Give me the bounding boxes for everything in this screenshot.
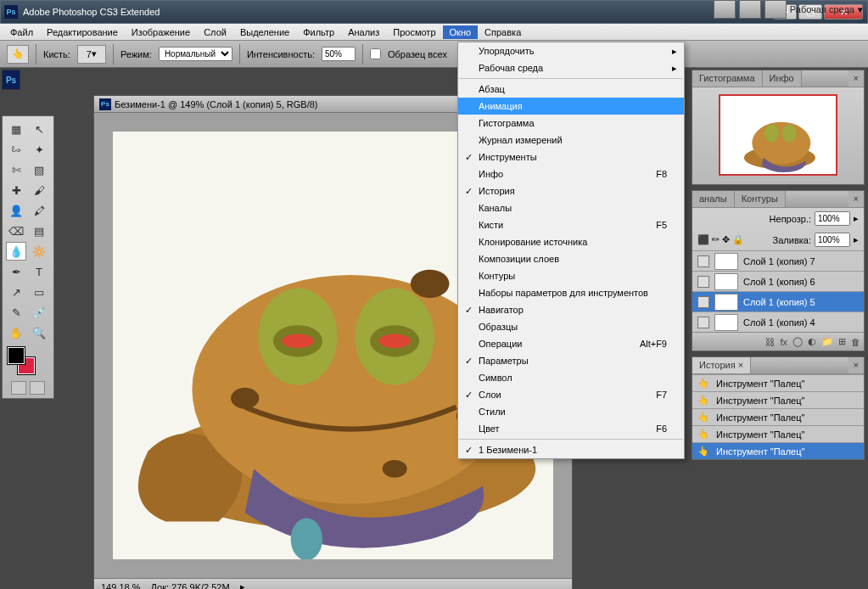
- gradient-tool[interactable]: ▤: [29, 222, 49, 240]
- doc-info[interactable]: Док: 276,9K/2,52M: [150, 582, 229, 590]
- menu-item[interactable]: Наборы параметров для инструментов: [458, 284, 684, 301]
- slice-tool[interactable]: ▧: [29, 160, 49, 179]
- menu-item[interactable]: ИнфоF8: [458, 165, 684, 182]
- layer-row[interactable]: Слой 1 (копия) 7: [692, 250, 864, 271]
- panel-close-icon[interactable]: ×: [848, 191, 864, 207]
- new-group-icon[interactable]: 📁: [821, 336, 833, 347]
- stamp-tool[interactable]: 👤: [6, 201, 26, 220]
- arrange-button[interactable]: [739, 0, 761, 19]
- notes-tool[interactable]: ✎: [6, 303, 26, 322]
- menu-анализ[interactable]: Анализ: [341, 25, 386, 39]
- menu-item[interactable]: Образцы: [458, 318, 684, 335]
- zoom-readout[interactable]: 149,18 %: [101, 582, 140, 590]
- brush-tool[interactable]: 🖌: [29, 181, 49, 199]
- menu-item[interactable]: Упорядочить: [458, 42, 684, 59]
- marquee-tool[interactable]: ↖: [29, 120, 49, 138]
- menu-item[interactable]: 1 Безимени-1: [458, 441, 684, 458]
- menu-изображение[interactable]: Изображение: [125, 25, 197, 39]
- menu-item[interactable]: Стили: [458, 403, 684, 420]
- new-layer-icon[interactable]: ⊞: [838, 336, 846, 347]
- menu-item[interactable]: Журнал измерений: [458, 132, 684, 149]
- workspace-dropdown-icon[interactable]: ▾: [858, 4, 863, 15]
- intensity-input[interactable]: [322, 47, 356, 61]
- menu-редактирование[interactable]: Редактирование: [40, 25, 125, 39]
- path-sel-tool[interactable]: ↗: [6, 283, 26, 301]
- menu-слой[interactable]: Слой: [197, 25, 233, 39]
- menu-фильтр[interactable]: Фильтр: [296, 25, 341, 39]
- statusbar-arrow-icon[interactable]: ▸: [240, 581, 245, 589]
- layer-mask-icon[interactable]: ◯: [792, 336, 803, 347]
- history-row[interactable]: 👆Инструмент "Палец": [692, 374, 864, 391]
- info-tab[interactable]: Инфо: [763, 70, 802, 87]
- zoom-tool[interactable]: 🔍: [29, 323, 49, 342]
- lock-icons[interactable]: ⬛ ✏ ✥ 🔒: [697, 234, 744, 245]
- menu-item[interactable]: История: [458, 182, 684, 199]
- color-swatches[interactable]: [6, 347, 50, 374]
- history-row[interactable]: 👆Инструмент "Палец": [692, 442, 864, 459]
- panel-close-icon[interactable]: ×: [848, 70, 864, 87]
- menu-item[interactable]: Абзац: [458, 81, 684, 98]
- layer-row[interactable]: Слой 1 (копия) 4: [692, 311, 864, 332]
- menu-справка[interactable]: Справка: [478, 25, 528, 39]
- history-row[interactable]: 👆Инструмент "Палец": [692, 425, 864, 442]
- menu-файл[interactable]: Файл: [3, 25, 40, 39]
- visibility-icon[interactable]: [697, 317, 709, 328]
- layer-thumbnail[interactable]: [714, 253, 738, 270]
- menu-item[interactable]: Клонирование источника: [458, 233, 684, 250]
- layer-style-icon[interactable]: fx: [780, 337, 787, 347]
- hand-tool[interactable]: ✋: [6, 323, 26, 342]
- menu-item[interactable]: КистиF5: [458, 216, 684, 233]
- dropdown-icon[interactable]: ▸: [854, 234, 859, 245]
- eraser-tool[interactable]: ⌫: [6, 222, 26, 240]
- link-layers-icon[interactable]: ⛓: [765, 337, 775, 347]
- lasso-tool[interactable]: ಒ: [6, 140, 26, 159]
- sample-all-checkbox[interactable]: [370, 48, 381, 59]
- layer-row[interactable]: Слой 1 (копия) 5: [692, 291, 864, 311]
- dropdown-icon[interactable]: ▸: [854, 213, 859, 224]
- layer-thumbnail[interactable]: [714, 294, 738, 311]
- quickmask-mode-button[interactable]: [30, 381, 45, 395]
- workspace-label[interactable]: Рабочая среда: [790, 4, 854, 14]
- history-row[interactable]: 👆Инструмент "Палец": [692, 391, 864, 408]
- mode-select[interactable]: Нормальный: [159, 47, 232, 61]
- menu-item[interactable]: Символ: [458, 369, 684, 386]
- layer-thumbnail[interactable]: [714, 273, 738, 290]
- blur-tool[interactable]: 💧: [6, 242, 26, 261]
- paths-tab[interactable]: Контуры: [735, 191, 786, 207]
- navigator-thumbnail[interactable]: [719, 94, 837, 176]
- histogram-tab[interactable]: Гистограмма: [692, 70, 763, 87]
- menu-item[interactable]: Каналы: [458, 199, 684, 216]
- adjustment-layer-icon[interactable]: ◐: [808, 336, 816, 347]
- layer-thumbnail[interactable]: [714, 314, 738, 331]
- delete-layer-icon[interactable]: 🗑: [851, 337, 860, 347]
- menu-item[interactable]: ЦветF6: [458, 420, 684, 437]
- menu-item[interactable]: Рабочая среда: [458, 59, 684, 76]
- menu-item[interactable]: Композиции слоев: [458, 250, 684, 267]
- brush-picker[interactable]: 7▾: [77, 45, 106, 64]
- menu-выделение[interactable]: Выделение: [233, 25, 296, 39]
- visibility-icon[interactable]: [697, 255, 709, 267]
- fill-input[interactable]: [815, 233, 850, 247]
- menu-просмотр[interactable]: Просмотр: [386, 25, 442, 39]
- menu-item[interactable]: СлоиF7: [458, 386, 684, 403]
- shape-tool[interactable]: ▭: [29, 283, 49, 301]
- standard-mode-button[interactable]: [11, 381, 26, 395]
- layer-row[interactable]: Слой 1 (копия) 6: [692, 271, 864, 291]
- menu-item[interactable]: Анимация: [458, 98, 684, 115]
- panel-close-icon[interactable]: ×: [848, 357, 864, 373]
- menu-item[interactable]: ОперацииAlt+F9: [458, 335, 684, 352]
- menu-item[interactable]: Гистограмма: [458, 115, 684, 132]
- crop-tool[interactable]: ✄: [6, 160, 26, 179]
- visibility-icon[interactable]: [697, 276, 709, 288]
- menu-item[interactable]: Контуры: [458, 267, 684, 284]
- foreground-color-swatch[interactable]: [8, 347, 25, 364]
- type-tool[interactable]: T: [29, 262, 49, 281]
- heal-tool[interactable]: ✚: [6, 181, 26, 199]
- history-row[interactable]: 👆Инструмент "Палец": [692, 408, 864, 425]
- menu-item[interactable]: Инструменты: [458, 149, 684, 165]
- channels-tab[interactable]: аналы: [692, 191, 735, 207]
- menu-item[interactable]: Параметры: [458, 352, 684, 369]
- eyedropper-tool[interactable]: 💉: [29, 303, 49, 322]
- menu-окно[interactable]: Окно: [443, 25, 479, 39]
- go-bridge-button[interactable]: [714, 0, 736, 19]
